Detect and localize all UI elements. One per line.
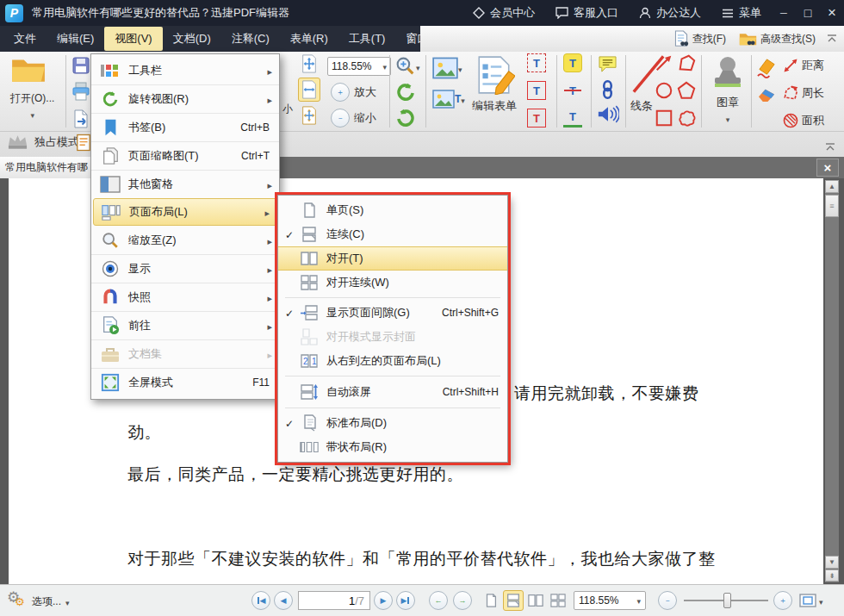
cloud-tool-button[interactable]: [677, 109, 696, 131]
menu-document[interactable]: 文档(D): [163, 27, 221, 51]
office-expert-button[interactable]: 办公达人: [629, 0, 711, 26]
menu-item-snapshot[interactable]: 快照: [91, 283, 279, 311]
customer-service-button[interactable]: 客服入口: [545, 0, 629, 26]
sound-button[interactable]: [597, 105, 619, 127]
text-insert-tool-button[interactable]: [527, 109, 546, 128]
edit-form-button[interactable]: 编辑表单: [472, 55, 517, 114]
rotate-cw-button[interactable]: [394, 107, 417, 133]
pencil-button[interactable]: [756, 57, 778, 82]
submenu-item-continuous[interactable]: 连续(C): [278, 222, 507, 246]
menu-item-display[interactable]: 显示: [91, 254, 279, 283]
stamp-button[interactable]: 图章: [708, 55, 748, 126]
single-page-layout-button[interactable]: [481, 590, 501, 611]
strikethrough-text-button[interactable]: [563, 81, 582, 100]
facing-layout-button[interactable]: [525, 590, 546, 611]
save-button[interactable]: [71, 55, 91, 79]
notes-panel-button[interactable]: [76, 133, 91, 156]
submenu-item-right-to-left[interactable]: 从右到左的页面布局(L): [278, 349, 507, 373]
menu-view[interactable]: 视图(V): [104, 27, 162, 51]
marquee-zoom-button[interactable]: [394, 55, 420, 77]
rectangle-tool-button[interactable]: [655, 109, 673, 131]
menu-edit[interactable]: 编辑(E): [47, 27, 104, 51]
underline-text-button[interactable]: [563, 109, 582, 128]
menu-item-bookmarks[interactable]: 书签(B) Ctrl+B: [91, 113, 279, 141]
zoom-level-select[interactable]: 118.55%: [327, 57, 391, 76]
app-menu-button[interactable]: 菜单: [711, 0, 772, 26]
facing-continuous-layout-button[interactable]: [548, 590, 568, 611]
menu-item-zoom-to[interactable]: 缩放至(Z): [91, 226, 279, 254]
menu-comment[interactable]: 注释(C): [221, 27, 280, 51]
link-button[interactable]: [600, 79, 615, 103]
text-field-tool-button[interactable]: [527, 81, 546, 100]
menu-item-page-layout[interactable]: 页面布局(L): [93, 198, 277, 226]
highlight-text-button[interactable]: [563, 53, 582, 72]
continuous-layout-button[interactable]: [503, 590, 524, 611]
open-button[interactable]: 打开(O)...: [10, 55, 54, 121]
zoom-out-button[interactable]: － 缩小: [331, 109, 376, 128]
menu-item-page-thumbnails[interactable]: 页面缩略图(T) Ctrl+T: [91, 141, 279, 170]
arrow-tool-button[interactable]: [655, 53, 673, 76]
menu-form[interactable]: 表单(R): [280, 27, 338, 51]
submenu-item-show-page-gap[interactable]: 显示页面间隙(G) Ctrl+Shift+G: [278, 301, 507, 325]
fit-page-button[interactable]: [298, 52, 320, 76]
add-image-text-button[interactable]: T: [432, 90, 465, 109]
view-back-button[interactable]: ←: [429, 591, 448, 610]
edit-image-button[interactable]: [432, 57, 462, 79]
zoom-in-slider-button[interactable]: ＋: [773, 591, 792, 610]
minimize-button[interactable]: [772, 0, 796, 26]
first-page-button[interactable]: ◀: [251, 591, 270, 610]
scroll-fit-icon[interactable]: ⇟: [825, 569, 839, 582]
circle-tool-button[interactable]: [655, 81, 673, 103]
close-button[interactable]: [820, 0, 844, 26]
maximize-button[interactable]: [796, 0, 820, 26]
area-tool-button[interactable]: 面积: [782, 112, 824, 129]
fit-mode-button[interactable]: [799, 593, 823, 608]
text-box-tool-button[interactable]: [527, 53, 546, 72]
submenu-item-facing[interactable]: 对开(T): [278, 246, 507, 271]
advanced-find-button[interactable]: 高级查找(S): [734, 31, 821, 47]
scroll-down-icon[interactable]: ▼: [825, 556, 839, 569]
vertical-scrollbar[interactable]: ▲ ≡ ▼ ⇟: [825, 180, 839, 582]
submenu-item-facing-continuous[interactable]: 对开连续(W): [278, 271, 507, 295]
document-tab[interactable]: 常用电脑软件有哪: [0, 157, 96, 178]
zoom-in-button[interactable]: ＋ 放大: [331, 83, 376, 102]
open-caret-icon[interactable]: [10, 106, 54, 121]
scroll-up-icon[interactable]: ▲: [825, 180, 839, 193]
menu-item-toolbars[interactable]: 工具栏: [91, 56, 279, 84]
last-page-button[interactable]: ▶: [396, 591, 415, 610]
sticky-note-button[interactable]: [598, 55, 617, 77]
previous-page-button[interactable]: ◀: [274, 591, 293, 610]
find-button[interactable]: 查找(F): [668, 30, 731, 47]
collapse-row-button[interactable]: [825, 140, 835, 155]
menu-item-fullscreen[interactable]: 全屏模式 F11: [91, 368, 279, 396]
fit-width-button[interactable]: [298, 78, 320, 102]
menu-file[interactable]: 文件: [3, 27, 47, 51]
next-page-button[interactable]: ▶: [374, 591, 393, 610]
rotate-ccw-button[interactable]: [394, 81, 417, 107]
eraser-button[interactable]: [756, 86, 778, 106]
view-forward-button[interactable]: →: [453, 591, 472, 610]
submenu-item-auto-scroll[interactable]: 自动滚屏 Ctrl+Shift+H: [278, 379, 507, 405]
distance-tool-button[interactable]: 距离: [782, 57, 824, 74]
menu-item-other-panes[interactable]: 其他窗格: [91, 170, 279, 198]
status-zoom-select[interactable]: 118.55%: [574, 591, 646, 610]
close-document-icon[interactable]: ×: [816, 159, 839, 177]
page-number-input[interactable]: 1/7: [298, 591, 370, 610]
perimeter-tool-button[interactable]: 周长: [782, 84, 824, 102]
menu-tools[interactable]: 工具(T): [338, 27, 396, 51]
submenu-item-band-layout[interactable]: 带状布局(R): [278, 435, 507, 459]
zoom-out-slider-button[interactable]: －: [658, 591, 677, 610]
member-center-button[interactable]: 会员中心: [462, 0, 545, 26]
scrollbar-thumb[interactable]: ≡: [825, 195, 839, 217]
options-button[interactable]: ⚙ ⚙ 选项...: [7, 591, 70, 612]
menu-item-goto[interactable]: 前往: [91, 311, 279, 339]
pentagon-tool-button[interactable]: [677, 81, 696, 103]
polygon-tool-button[interactable]: [677, 53, 696, 76]
fit-visible-button[interactable]: [298, 103, 320, 128]
submenu-item-single-page[interactable]: 单页(S): [278, 198, 507, 222]
print-button[interactable]: [71, 81, 91, 105]
exclusive-mode-button[interactable]: 独占模式: [7, 134, 79, 150]
menu-item-rotate-view[interactable]: 旋转视图(R): [91, 84, 279, 113]
zoom-slider-thumb[interactable]: [723, 593, 731, 608]
submenu-item-standard-layout[interactable]: 标准布局(D): [278, 411, 507, 435]
